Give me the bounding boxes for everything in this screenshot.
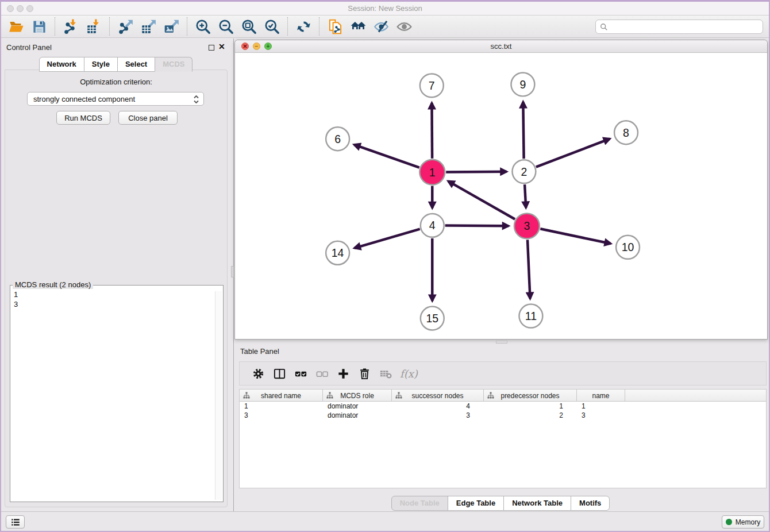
table-cell: 3 [240, 411, 323, 420]
toolbar-separator [109, 17, 110, 36]
export-network-button[interactable] [114, 17, 137, 36]
show-panels-button[interactable] [6, 515, 25, 529]
tab-network[interactable]: Network [39, 57, 84, 72]
graph-edge-2-3[interactable] [525, 184, 526, 207]
column-header-successor-nodes[interactable]: successor nodes [392, 390, 484, 402]
gear-icon [252, 367, 265, 380]
graph-node-2[interactable]: 2 [512, 160, 536, 183]
graph-edge-3-11[interactable] [528, 240, 530, 298]
graph-edge-4-3[interactable] [445, 226, 509, 226]
graph-node-8[interactable]: 8 [614, 121, 638, 144]
graph-node-11[interactable]: 11 [519, 304, 542, 328]
svg-text:7: 7 [429, 79, 435, 92]
graph-node-6[interactable]: 6 [326, 127, 349, 151]
import-network-button[interactable] [59, 17, 82, 36]
graph-edge-1-7[interactable] [432, 103, 432, 158]
export-image-button[interactable] [160, 17, 183, 36]
svg-text:2: 2 [521, 165, 528, 178]
tab-style[interactable]: Style [84, 57, 118, 72]
import-network-icon [63, 19, 79, 34]
horizontal-splitter[interactable] [234, 340, 768, 345]
graph-edge-3-10[interactable] [540, 229, 610, 244]
graph-edge-4-14[interactable] [355, 229, 420, 248]
open-session-button[interactable] [5, 17, 28, 36]
column-header-shared-name[interactable]: shared name [240, 390, 323, 402]
table-settings-button[interactable] [248, 364, 269, 383]
zoom-out-button[interactable] [214, 17, 237, 36]
tab-motifs[interactable]: Motifs [571, 496, 610, 511]
zoom-in-icon [195, 19, 211, 34]
graph-node-1[interactable]: 1 [419, 160, 445, 185]
graph-edge-1-6[interactable] [354, 145, 419, 168]
new-network-from-selection-button[interactable] [324, 17, 346, 36]
delete-row-button[interactable] [354, 364, 375, 383]
hide-selected-button[interactable] [369, 17, 392, 36]
splitter-handle[interactable] [231, 266, 234, 277]
search-field[interactable] [595, 20, 763, 34]
zoom-selected-button[interactable] [260, 17, 283, 36]
svg-text:14: 14 [332, 246, 344, 259]
table-row[interactable]: 3dominator323 [240, 411, 766, 420]
run-mcds-button[interactable]: Run MCDS [56, 111, 110, 125]
toolbar-separator [287, 17, 288, 36]
criterion-select-value: strongly connected component [33, 95, 135, 103]
add-row-button[interactable] [333, 364, 354, 383]
graph-node-9[interactable]: 9 [511, 72, 534, 96]
network-graph[interactable]: 7968124314101511 [235, 53, 767, 339]
app-window: Session: New Session [0, 0, 770, 532]
deselect-all-icon [315, 367, 329, 380]
function-builder-button[interactable]: f(x) [400, 368, 418, 380]
float-panel-icon[interactable] [209, 45, 214, 51]
hide-eye-icon [374, 19, 389, 34]
graph-node-7[interactable]: 7 [420, 74, 444, 97]
mcds-panel-body: Optimization criterion: strongly connect… [5, 70, 228, 507]
memory-button[interactable]: Memory [722, 515, 764, 529]
tab-network-table[interactable]: Network Table [503, 496, 571, 511]
control-panel: Control Panel ✕ Network Style Select MCD… [1, 38, 231, 514]
trash-icon [358, 367, 371, 380]
graph-node-14[interactable]: 14 [326, 241, 349, 265]
graph-node-4[interactable]: 4 [421, 214, 444, 237]
network-window-title: scc.txt [235, 42, 767, 51]
import-table-button[interactable] [82, 17, 105, 36]
graph-node-15[interactable]: 15 [421, 307, 444, 330]
import-table-icon [86, 19, 102, 34]
tab-mcds[interactable]: MCDS [155, 57, 192, 72]
zoom-in-button[interactable] [191, 17, 214, 36]
graph-node-10[interactable]: 10 [616, 236, 640, 259]
column-view-button[interactable] [269, 364, 290, 383]
close-panel-icon[interactable]: ✕ [218, 42, 225, 51]
mcds-result-text: 1 3 [14, 290, 211, 309]
deselect-all-button[interactable] [311, 364, 333, 383]
zoom-fit-button[interactable] [237, 17, 260, 36]
titlebar: Session: New Session [1, 2, 769, 16]
column-header-predecessor-nodes[interactable]: predecessor nodes [484, 390, 577, 402]
refresh-button[interactable] [292, 17, 315, 36]
graph-node-3[interactable]: 3 [514, 213, 540, 238]
table-row[interactable]: 1dominator411 [240, 402, 766, 411]
export-table-button[interactable] [137, 17, 160, 36]
save-session-button[interactable] [28, 17, 51, 36]
delete-table-button[interactable] [375, 364, 396, 383]
table-toolbar: f(x) [239, 361, 767, 385]
tab-node-table[interactable]: Node Table [391, 496, 448, 511]
tab-select[interactable]: Select [117, 57, 155, 72]
column-header-MCDS-role[interactable]: MCDS role [323, 390, 392, 402]
graph-edge-2-8[interactable] [536, 139, 610, 167]
criterion-select[interactable]: strongly connected component [27, 92, 204, 106]
mcds-result-scrollbar[interactable] [215, 291, 222, 500]
graph-edge-1-2[interactable] [446, 172, 506, 172]
search-input[interactable] [611, 21, 763, 33]
column-header-name[interactable]: name [577, 390, 625, 402]
tab-edge-table[interactable]: Edge Table [448, 496, 504, 511]
graph-edge-2-9[interactable] [523, 102, 523, 159]
column-header-empty [625, 390, 766, 402]
splitter-handle[interactable] [496, 341, 507, 344]
show-all-button[interactable] [392, 17, 415, 36]
svg-text:11: 11 [525, 310, 537, 322]
network-canvas[interactable]: 7968124314101511 [235, 53, 767, 339]
close-panel-button[interactable]: Close panel [118, 111, 178, 125]
first-neighbors-button[interactable] [346, 17, 369, 36]
select-all-button[interactable] [290, 364, 311, 383]
graph-edge-3-1[interactable] [448, 181, 515, 219]
